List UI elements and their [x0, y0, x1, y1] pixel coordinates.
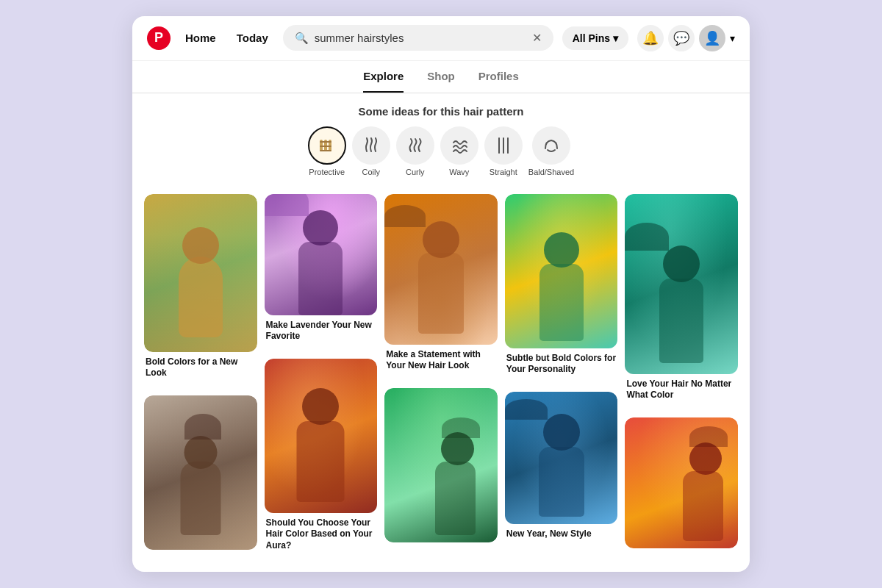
filter-curly-icon: [396, 126, 434, 165]
pin-bold-subtle[interactable]: Subtle but Bold Colors for Your Personal…: [505, 194, 618, 376]
notifications-button[interactable]: 🔔: [637, 25, 664, 51]
filter-bald-icon: [532, 126, 570, 165]
search-bar: 🔍 ✕: [283, 25, 553, 51]
filter-wavy-label: Wavy: [449, 168, 469, 176]
grid-col-1: Bold Colors for a New Look: [144, 194, 257, 559]
svg-rect-4: [320, 146, 331, 147]
filter-straight-icon: [484, 126, 523, 165]
hair-pattern-section: Some ideas for this hair pattern Protect…: [132, 93, 750, 191]
header: P Home Today 🔍 ✕ All Pins ▾ 🔔 💬 👤 ▾: [132, 16, 750, 61]
nav-home[interactable]: Home: [179, 29, 222, 47]
tab-explore[interactable]: Explore: [363, 70, 404, 93]
pin-lavender-caption: Make Lavender Your New Favorite: [265, 320, 378, 343]
filter-wavy[interactable]: Wavy: [440, 126, 478, 176]
tabs: Explore Shop Profiles: [132, 61, 750, 93]
avatar[interactable]: 👤: [699, 25, 725, 51]
svg-rect-5: [320, 150, 331, 151]
tab-shop[interactable]: Shop: [427, 70, 455, 93]
grid-col-3: Make a Statement with Your New Hair Look: [384, 194, 498, 551]
tab-profiles[interactable]: Profiles: [478, 70, 519, 93]
pin-new-year[interactable]: New Year, New Style: [505, 392, 618, 540]
filter-protective-label: Protective: [309, 168, 345, 176]
pinterest-logo[interactable]: P: [147, 26, 171, 50]
filter-wavy-icon: [440, 126, 478, 165]
grid-col-5: Love Your Hair No Matter What Color: [625, 194, 738, 557]
messages-button[interactable]: 💬: [668, 25, 695, 51]
filter-bald-label: Bald/Shaved: [528, 168, 574, 176]
svg-rect-3: [320, 141, 331, 143]
pin-hair-aura-caption: Should You Choose Your Hair Color Based …: [265, 517, 378, 552]
main-window: P Home Today 🔍 ✕ All Pins ▾ 🔔 💬 👤 ▾ Expl…: [132, 16, 750, 573]
filter-bald[interactable]: Bald/Shaved: [528, 126, 574, 176]
pin-lavender[interactable]: Make Lavender Your New Favorite: [265, 194, 378, 343]
filter-straight[interactable]: Straight: [484, 126, 523, 176]
grid-col-4: Subtle but Bold Colors for Your Personal…: [505, 194, 618, 549]
filter-coily[interactable]: Coily: [352, 126, 390, 176]
clear-search-button[interactable]: ✕: [532, 31, 542, 45]
hair-filter-list: Protective Coily: [132, 126, 750, 185]
pin-love-hair-caption: Love Your Hair No Matter What Color: [625, 379, 738, 401]
pin-bold-colors[interactable]: Bold Colors for a New Look: [144, 194, 257, 379]
account-chevron[interactable]: ▾: [730, 32, 735, 44]
pin-bold-colors-caption: Bold Colors for a New Look: [144, 356, 257, 379]
pin-statement-caption: Make a Statement with Your New Hair Look: [384, 349, 498, 372]
filter-coily-label: Coily: [362, 168, 380, 176]
pin-statement[interactable]: Make a Statement with Your New Hair Look: [384, 194, 498, 372]
search-input[interactable]: [315, 32, 526, 44]
filter-coily-icon: [352, 126, 390, 165]
nav-today[interactable]: Today: [231, 29, 274, 47]
pin-love-hair[interactable]: Love Your Hair No Matter What Color: [625, 194, 738, 401]
pin-new-year-caption: New Year, New Style: [505, 528, 618, 540]
chevron-down-icon: ▾: [613, 32, 618, 44]
header-right: 🔔 💬 👤 ▾: [637, 25, 735, 51]
pins-grid: Bold Colors for a New Look: [132, 191, 750, 573]
pin-man-dreads[interactable]: [144, 395, 257, 550]
pin-hair-aura[interactable]: Should You Choose Your Hair Color Based …: [265, 359, 378, 552]
hair-section-title: Some ideas for this hair pattern: [132, 105, 750, 118]
all-pins-button[interactable]: All Pins ▾: [562, 26, 628, 50]
filter-curly-label: Curly: [406, 168, 425, 176]
grid-col-2: Make Lavender Your New Favorite Should Y…: [265, 194, 378, 561]
filter-straight-label: Straight: [490, 168, 517, 176]
filter-protective[interactable]: Protective: [308, 126, 346, 176]
all-pins-label: All Pins: [573, 32, 610, 44]
pin-bold-subtle-caption: Subtle but Bold Colors for Your Personal…: [505, 353, 618, 376]
filter-protective-icon: [308, 126, 346, 165]
pin-woman-braids[interactable]: [625, 417, 738, 548]
filter-curly[interactable]: Curly: [396, 126, 434, 176]
pin-woman-profile[interactable]: [384, 388, 498, 542]
search-icon: 🔍: [295, 32, 309, 45]
